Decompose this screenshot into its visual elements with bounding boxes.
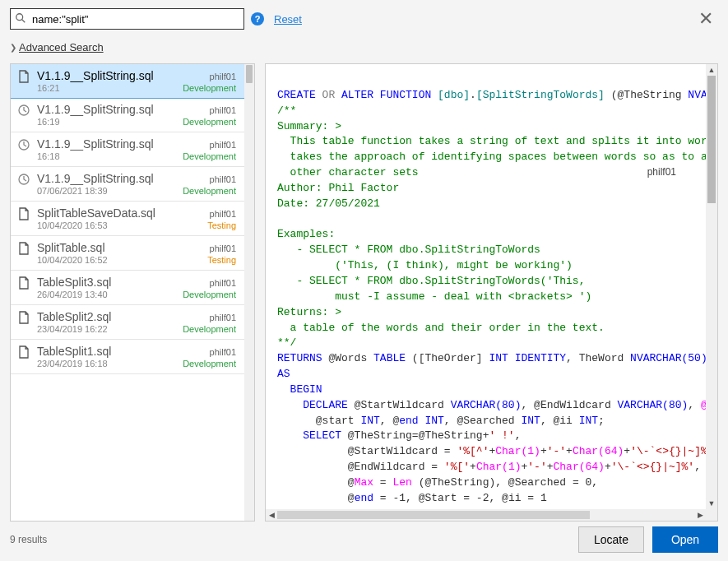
author-label: philf01 [210, 347, 236, 357]
environment-badge: Development [183, 151, 236, 161]
file-icon [17, 242, 30, 257]
environment-badge: Development [183, 324, 236, 334]
svg-line-1 [22, 20, 26, 23]
scroll-down-icon[interactable]: ▼ [706, 498, 717, 509]
scrollbar-horizontal[interactable]: ◀ ▶ [266, 509, 706, 521]
timestamp: 26/04/2019 13:40 [37, 290, 108, 299]
environment-badge: Development [183, 290, 236, 299]
svg-point-0 [16, 14, 23, 21]
list-item[interactable]: SplitTable.sqlphilf0110/04/2020 16:52Tes… [11, 236, 244, 271]
author-label: philf01 [210, 105, 236, 115]
open-button[interactable]: Open [652, 526, 718, 553]
file-icon [17, 276, 30, 292]
file-name: TableSplit3.sql [37, 276, 111, 289]
clock-icon [17, 104, 30, 119]
author-label: philf01 [210, 140, 236, 150]
close-icon[interactable]: ✕ [693, 8, 718, 30]
scrollbar-vertical[interactable] [244, 64, 254, 521]
list-item[interactable]: SplitTableSaveData.sqlphilf0110/04/2020 … [11, 202, 244, 236]
file-name: SplitTableSaveData.sql [37, 206, 155, 220]
environment-badge: Development [183, 117, 236, 127]
environment-badge: Testing [207, 220, 236, 230]
scrollbar-vertical[interactable]: ▲ ▼ [706, 64, 717, 509]
author-label: philf01 [210, 72, 236, 81]
list-item[interactable]: V1.1.9__SplitString.sqlphilf0116:18Devel… [11, 132, 244, 167]
results-panel: V1.1.9__SplitString.sqlphilf0116:21Devel… [10, 63, 255, 522]
code-preview: CREATE OR ALTER FUNCTION [dbo].[SplitStr… [266, 64, 706, 509]
timestamp: 10/04/2020 16:52 [37, 255, 108, 265]
preview-author-label: philf01 [647, 166, 676, 178]
advanced-search-toggle[interactable]: ❯ Advanced Search [10, 41, 718, 53]
scroll-up-icon[interactable]: ▲ [706, 64, 717, 76]
preview-panel: CREATE OR ALTER FUNCTION [dbo].[SplitStr… [265, 63, 718, 522]
author-label: philf01 [210, 243, 236, 253]
reset-link[interactable]: Reset [274, 13, 302, 26]
list-item[interactable]: TableSplit2.sqlphilf0123/04/2019 16:22De… [11, 305, 244, 340]
list-item[interactable]: TableSplit3.sqlphilf0126/04/2019 13:40De… [11, 271, 244, 305]
file-name: TableSplit2.sql [37, 310, 111, 323]
environment-badge: Testing [207, 255, 236, 265]
file-name: SplitTable.sql [37, 241, 105, 254]
author-label: philf01 [210, 278, 236, 288]
scroll-left-icon[interactable]: ◀ [266, 509, 277, 521]
file-icon [17, 345, 30, 361]
list-item[interactable]: TableSplit1.sqlphilf0123/04/2019 16:18De… [11, 340, 244, 374]
file-icon [17, 207, 30, 223]
list-item[interactable]: V1.1.9__SplitString.sqlphilf0116:21Devel… [11, 64, 244, 99]
file-name: V1.1.9__SplitString.sql [37, 137, 154, 151]
scroll-right-icon[interactable]: ▶ [694, 509, 706, 521]
file-name: V1.1.9__SplitString.sql [37, 103, 154, 116]
file-name: V1.1.9__SplitString.sql [37, 69, 154, 82]
timestamp: 16:18 [37, 151, 60, 161]
list-item[interactable]: V1.1.9__SplitString.sqlphilf0116:19Devel… [11, 98, 244, 132]
environment-badge: Development [183, 83, 236, 93]
timestamp: 07/06/2021 18:39 [37, 186, 108, 196]
dialog-root: ? Reset ✕ ❯ Advanced Search V1.1.9__Spli… [0, 0, 728, 561]
clock-icon [17, 138, 30, 154]
locate-button[interactable]: Locate [578, 526, 644, 553]
file-icon [17, 70, 30, 86]
author-label: philf01 [210, 209, 236, 219]
list-item[interactable]: V1.1.9__SplitString.sqlphilf0107/06/2021… [11, 167, 244, 202]
search-input[interactable] [10, 8, 244, 30]
help-icon[interactable]: ? [251, 12, 264, 26]
file-icon [17, 311, 30, 327]
clock-icon [17, 173, 30, 188]
results-count: 9 results [10, 534, 47, 545]
environment-badge: Development [183, 186, 236, 196]
file-name: TableSplit1.sql [37, 345, 111, 358]
timestamp: 23/04/2019 16:18 [37, 359, 108, 369]
timestamp: 16:19 [37, 117, 60, 127]
environment-badge: Development [183, 359, 236, 369]
author-label: philf01 [210, 313, 236, 322]
author-label: philf01 [210, 174, 236, 184]
timestamp: 23/04/2019 16:22 [37, 324, 108, 334]
chevron-right-icon: ❯ [10, 43, 16, 52]
timestamp: 16:21 [37, 83, 60, 93]
search-box [10, 8, 244, 30]
file-name: V1.1.9__SplitString.sql [37, 172, 154, 185]
search-icon [15, 12, 26, 26]
timestamp: 10/04/2020 16:53 [37, 220, 108, 230]
